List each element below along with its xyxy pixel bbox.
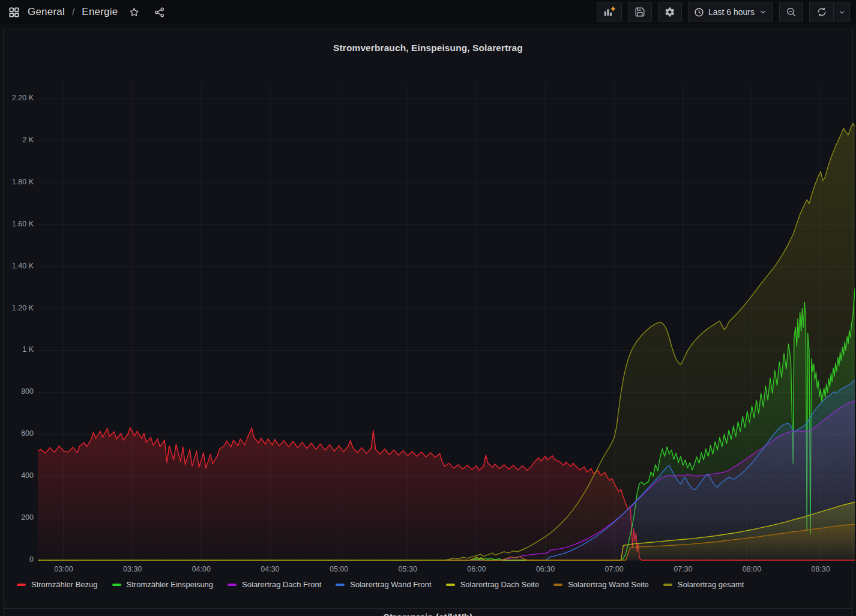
x-tick-label: 06:00 [456,565,498,573]
toolbar: Last 6 hours [597,2,850,22]
legend-label: Stromzähler Einspeisung [127,580,214,589]
chevron-down-icon [838,8,846,16]
y-tick-label: 600 [2,429,34,438]
panel-title[interactable]: Stromverbrauch, Einspeisung, Solarertrag [4,43,852,53]
x-tick-label: 07:00 [593,565,635,573]
panel-strompreis: Strompreis (ct/kWh) [3,608,853,616]
legend-label: Solarertrag Wand Front [350,580,431,589]
y-tick-label: 1.80 K [2,178,34,186]
legend-swatch [663,584,672,586]
x-tick-label: 08:00 [731,565,773,573]
legend-label: Stromzähler Bezug [31,580,98,589]
chart-legend: Stromzähler BezugStromzähler Einspeisung… [17,580,845,589]
app-header: General / Energie [0,0,856,24]
clock-icon [694,7,704,17]
next-panel-title[interactable]: Strompreis (ct/kWh) [4,612,852,616]
share-icon[interactable] [151,4,167,20]
legend-item-6[interactable]: Solarertrag gesamt [663,580,744,589]
x-tick-label: 06:30 [525,565,567,573]
breadcrumb-section[interactable]: General [28,6,65,18]
legend-item-3[interactable]: Solarertrag Wand Front [336,580,431,589]
y-tick-label: 1.60 K [2,220,34,228]
time-range-picker[interactable]: Last 6 hours [688,2,773,22]
panel-stromverbrauch: Stromverbrauch, Einspeisung, Solarertrag [3,29,853,606]
legend-label: Solarertrag Dach Seite [460,580,540,589]
y-tick-label: 800 [2,387,34,396]
time-range-label: Last 6 hours [708,7,755,17]
legend-label: Solarertrag gesamt [678,580,744,589]
breadcrumb: General / Energie [6,4,167,20]
legend-swatch [228,584,237,586]
x-tick-label: 07:30 [662,565,704,573]
legend-label: Solarertrag Dach Front [242,580,321,589]
y-tick-label: 0 [2,555,34,564]
chevron-down-icon [759,8,767,16]
legend-swatch [112,584,121,586]
breadcrumb-separator: / [72,7,74,17]
plus-glyph [611,7,615,10]
add-panel-button[interactable] [597,2,622,22]
save-dashboard-button[interactable] [628,2,652,22]
y-tick-label: 2 K [2,136,34,144]
legend-item-1[interactable]: Stromzähler Einspeisung [112,580,214,589]
star-icon[interactable] [126,4,142,20]
breadcrumb-page[interactable]: Energie [82,6,118,18]
legend-swatch [446,584,455,586]
x-tick-label: 08:30 [800,565,842,573]
apps-grid-icon[interactable] [6,4,22,20]
x-tick-label: 05:00 [318,565,360,573]
refresh-interval-dropdown[interactable] [833,2,850,22]
legend-swatch [553,584,562,586]
zoom-out-button[interactable] [779,2,803,22]
y-tick-label: 1.20 K [2,304,34,312]
legend-item-2[interactable]: Solarertrag Dach Front [228,580,321,589]
x-tick-label: 04:00 [180,565,222,573]
x-tick-label: 03:00 [43,565,85,573]
dashboard-settings-button[interactable] [658,2,682,22]
refresh-button[interactable] [809,2,833,22]
legend-swatch [17,584,26,586]
x-tick-label: 04:30 [249,565,291,573]
legend-item-0[interactable]: Stromzähler Bezug [17,580,98,589]
legend-swatch [336,584,345,586]
y-tick-label: 1.40 K [2,262,34,270]
legend-label: Solarertrag Wand Seite [568,580,649,589]
y-tick-label: 2.20 K [2,94,34,102]
legend-item-5[interactable]: Solarertrag Wand Seite [553,580,649,589]
legend-item-4[interactable]: Solarertrag Dach Seite [446,580,540,589]
x-tick-label: 05:30 [387,565,429,573]
refresh-button-group [809,2,850,22]
y-tick-label: 400 [2,471,34,480]
y-tick-label: 1 K [2,345,34,354]
y-tick-label: 200 [2,513,34,522]
x-tick-label: 03:30 [112,565,154,573]
